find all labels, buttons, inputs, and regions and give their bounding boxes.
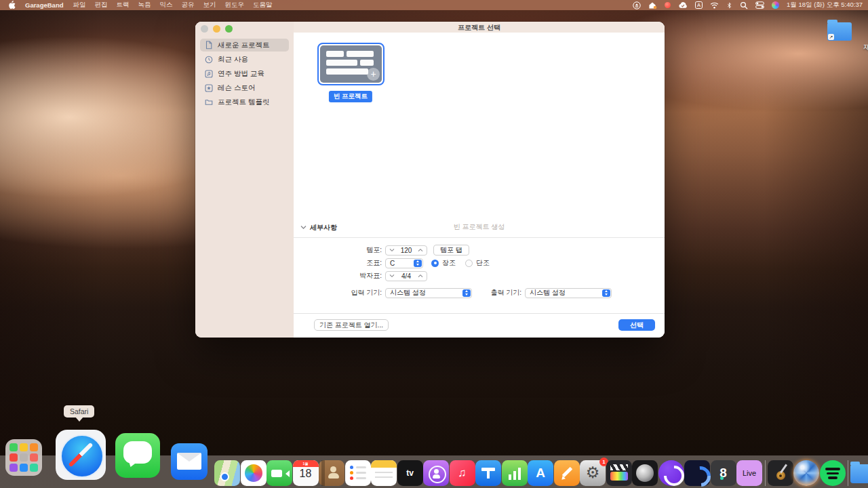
eject-circle-icon[interactable] [633, 1, 641, 9]
menu-view[interactable]: 보기 [203, 1, 216, 9]
maps-dock-icon[interactable] [214, 460, 240, 486]
sidebar-item-new-project[interactable]: 새로운 프로젝트 [200, 39, 289, 52]
facetime-dock-icon[interactable] [267, 460, 292, 486]
time-signature-row: 박자표: 4/4 [294, 270, 665, 281]
spotlight-search-icon[interactable] [740, 1, 748, 9]
menu-file[interactable]: 파일 [73, 1, 86, 9]
wifi-icon[interactable] [710, 1, 719, 9]
home-sync-icon[interactable] [648, 1, 657, 9]
messages-dock-icon[interactable] [115, 433, 160, 478]
podcasts-dock-icon[interactable] [423, 460, 449, 486]
choose-button[interactable]: 선택 [618, 319, 655, 331]
menu-track[interactable]: 트랙 [117, 1, 130, 9]
sidebar-item-learn-to-play[interactable]: 연주 방법 교육 [200, 67, 289, 80]
blue-folder-icon[interactable]: ↗ [827, 22, 852, 41]
tempo-tap-button[interactable]: 템포 탭 [433, 245, 469, 256]
input-device-value: 시스템 설정 [390, 288, 426, 298]
tempo-row: 템포: 120 템포 탭 [294, 245, 665, 256]
notes-dock-icon[interactable] [371, 460, 397, 486]
sidebar-item-project-templates[interactable]: 프로젝트 템플릿 [200, 96, 289, 108]
app-store-dock-icon[interactable]: A [528, 460, 553, 486]
mail-dock-icon[interactable] [171, 443, 208, 480]
reminders-dock-icon[interactable] [345, 460, 371, 486]
garageband-dock-icon[interactable] [768, 460, 793, 486]
menu-bar-clock[interactable]: 1월 18일 (화) 오후 5:40:37 [787, 1, 863, 9]
output-device-select[interactable]: 시스템 설정 [525, 288, 612, 298]
menu-mix[interactable]: 믹스 [160, 1, 173, 9]
input-device-select[interactable]: 시스템 설정 [385, 288, 472, 298]
folder-icon [205, 98, 213, 106]
major-radio-group[interactable]: 장조 [431, 258, 456, 268]
empty-project-template-card[interactable]: + [317, 43, 384, 85]
apple-menu-icon[interactable] [8, 1, 16, 9]
stepper-down-icon[interactable] [389, 274, 395, 278]
app-menus: 파일 편집 트랙 녹음 믹스 공유 보기 윈도우 도움말 [73, 1, 273, 9]
input-device-label: 입력 기기: [294, 288, 385, 298]
close-button[interactable] [201, 25, 208, 33]
ableton-live-dock-icon[interactable]: Live [736, 460, 762, 486]
cloud-sync-icon[interactable] [678, 1, 688, 9]
relocated-items-folder[interactable]: ↗ 재배치된 항목 [818, 20, 861, 52]
time-signature-stepper[interactable]: 4/4 [385, 271, 427, 281]
input-source-icon[interactable]: A [695, 1, 703, 9]
minor-radio-group[interactable]: 단조 [465, 258, 490, 268]
screen-recording-icon[interactable] [665, 2, 671, 8]
status-text: 빈 프로젝트 생성 [294, 222, 665, 232]
final-cut-pro-dock-icon[interactable] [606, 460, 632, 486]
menu-help[interactable]: 도움말 [253, 1, 273, 9]
open-existing-project-button[interactable]: 기존 프로젝트 열기... [314, 319, 389, 331]
sidebar-item-recent[interactable]: 최근 사용 [200, 53, 289, 66]
divider [294, 313, 665, 314]
spotify-dock-icon[interactable] [820, 460, 846, 486]
max-8-dock-icon[interactable]: 8 [711, 460, 736, 486]
aperture-sphere-dock-icon[interactable] [793, 460, 819, 486]
music-dock-icon[interactable]: ♫ [450, 460, 475, 486]
bluetooth-icon[interactable] [726, 1, 732, 9]
template-name-badge: 빈 프로젝트 [329, 91, 372, 102]
calendar-day: 18 [293, 468, 319, 480]
siri-icon[interactable] [772, 1, 779, 9]
zoom-button[interactable] [225, 25, 233, 33]
desktop-wallpaper: GarageBand 파일 편집 트랙 녹음 믹스 공유 보기 윈도우 도움말 … [0, 0, 868, 488]
plus-icon: + [367, 68, 380, 81]
menu-edit[interactable]: 편집 [95, 1, 108, 9]
active-app-name[interactable]: GarageBand [25, 1, 64, 9]
minor-radio[interactable] [465, 260, 473, 267]
studio-one-dock-icon[interactable] [684, 460, 710, 486]
calendar-dock-icon[interactable]: 1월 18 [293, 460, 319, 486]
launchpad-dock-icon[interactable] [5, 439, 42, 476]
logic-disc-dock-icon[interactable] [632, 460, 658, 486]
project-chooser-window: 프로젝트 선택 새로운 프로젝트 최근 사용 연주 방법 교육 레슨 스토어 [195, 22, 665, 338]
sidebar-item-lesson-store[interactable]: 레슨 스토어 [200, 81, 289, 94]
chooser-sidebar: 새로운 프로젝트 최근 사용 연주 방법 교육 레슨 스토어 프로젝트 템플릿 [195, 22, 294, 338]
pro-tools-dock-icon[interactable] [658, 460, 684, 486]
photos-dock-icon[interactable] [241, 460, 267, 486]
tempo-stepper[interactable]: 120 [385, 245, 427, 256]
key-select[interactable]: C [385, 258, 423, 268]
menu-share[interactable]: 공유 [182, 1, 195, 9]
apple-tv-dock-icon[interactable]: tv [397, 460, 423, 486]
menu-record[interactable]: 녹음 [138, 1, 151, 9]
menu-bar: GarageBand 파일 편집 트랙 녹음 믹스 공유 보기 윈도우 도움말 … [0, 0, 868, 10]
key-row: 조표: C 장조 단조 [294, 258, 665, 268]
safari-dock-icon[interactable] [56, 430, 106, 480]
stepper-up-icon[interactable] [418, 274, 423, 278]
menu-window[interactable]: 윈도우 [225, 1, 245, 9]
output-device-value: 시스템 설정 [530, 288, 566, 298]
template-thumbnail: + [320, 45, 382, 83]
pages-dock-icon[interactable] [554, 460, 580, 486]
major-radio[interactable] [431, 260, 439, 267]
stepper-up-icon[interactable] [418, 248, 423, 252]
minimize-button[interactable] [213, 25, 220, 33]
contacts-dock-icon[interactable] [319, 460, 344, 486]
clock-icon [205, 56, 213, 64]
select-arrows-icon [602, 289, 610, 297]
control-center-icon[interactable] [755, 1, 764, 9]
numbers-dock-icon[interactable] [502, 460, 528, 486]
spotify-waves-icon [825, 468, 840, 470]
stepper-down-icon[interactable] [389, 248, 395, 252]
dock-folder-icon[interactable] [850, 464, 868, 483]
major-label: 장조 [442, 258, 456, 268]
keynote-dock-icon[interactable] [475, 460, 501, 486]
system-settings-dock-icon[interactable]: ⚙1 [580, 460, 606, 486]
